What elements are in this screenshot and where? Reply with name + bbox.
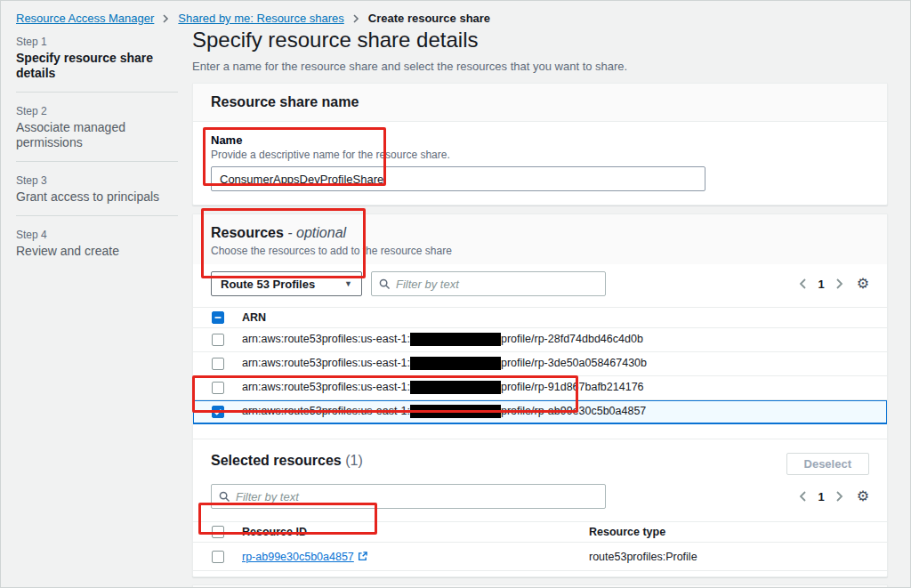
arn-value: arn:aws:route53profiles:us-east-1:profil… [242,405,646,419]
checkbox-cell [193,358,242,370]
prev-page-icon[interactable] [798,491,809,502]
resources-filter[interactable] [371,271,606,296]
selected-resources-title: Selected resources [211,453,342,468]
checkbox-cell [193,526,242,538]
tags-card: Tags - optional Tags are key-value pairs… [192,584,888,588]
selected-count: (1) [345,453,363,468]
selected-filter[interactable] [211,484,606,509]
main-content: Specify resource share details Enter a n… [192,28,888,588]
caret-down-icon: ▼ [344,279,352,288]
breadcrumb-link-ram[interactable]: Resource Access Manager [16,12,154,25]
wizard-steps: Step 1 Specify resource share details St… [16,35,178,259]
step-label: Specify resource share details [16,51,178,81]
arn-column-header: ARN [242,311,266,324]
page-number[interactable]: 1 [818,278,824,291]
prev-page-icon[interactable] [798,278,809,289]
step-4[interactable]: Step 4 Review and create [16,228,178,259]
page-title: Specify resource share details [192,28,888,52]
selected-pagination: 1 [798,490,843,503]
optional-label: - optional [287,225,346,240]
selected-toolbar: 1 ⚙︎ [193,475,887,521]
next-page-icon[interactable] [834,491,844,502]
arn-row[interactable]: arn:aws:route53profiles:us-east-1:profil… [193,352,887,376]
step-number: Step 2 [16,104,178,118]
card-header: Resource share name [193,84,887,122]
breadcrumb: Resource Access Manager Shared by me: Re… [16,12,490,25]
selected-resources-header: Selected resources (1) Deselect [193,439,887,475]
redaction-box [410,333,501,346]
step-2[interactable]: Step 2 Associate managed permissions [16,104,178,150]
search-icon [379,278,391,290]
resource-type-dropdown[interactable]: Route 53 Profiles ▼ [211,271,362,296]
resource-share-name-card: Resource share name Name Provide a descr… [192,83,888,205]
step-number: Step 1 [16,35,178,49]
card-header: Resources - optional Choose the resource… [193,214,887,264]
card-title: Resources [211,225,284,240]
divider [16,92,178,93]
arn-value: arn:aws:route53profiles:us-east-1:profil… [242,381,644,395]
step-number: Step 3 [16,173,178,188]
resource-id-link[interactable]: rp-ab99e30c5b0a4857 [242,551,367,563]
settings-gear-icon[interactable]: ⚙︎ [857,277,869,291]
step-label: Grant access to principals [16,189,178,205]
checkbox-cell [193,406,242,418]
chevron-right-icon [162,14,170,23]
resources-toolbar: Route 53 Profiles ▼ 1 [193,264,887,307]
create-resource-share-page: Resource Access Manager Shared by me: Re… [0,0,911,588]
resources-description: Choose the resources to add to the resou… [211,245,869,257]
resource-id-column-header: Resource ID [242,526,589,538]
step-label: Review and create [16,244,178,259]
external-link-icon [358,552,367,561]
checkbox-cell [193,382,242,394]
settings-gear-icon[interactable]: ⚙︎ [857,489,869,503]
card-title: Resource share name [211,94,359,109]
arn-row[interactable]: arn:aws:route53profiles:us-east-1:profil… [193,376,887,400]
name-field-label: Name [211,133,869,147]
arn-value: arn:aws:route53profiles:us-east-1:profil… [242,333,643,347]
search-icon [219,491,230,503]
redaction-box [410,357,501,370]
selected-filter-input[interactable] [236,490,598,503]
resource-type-value: route53profiles:Profile [589,551,887,563]
step-label: Associate managed permissions [16,120,178,150]
divider [16,161,178,162]
step-1[interactable]: Step 1 Specify resource share details [16,35,178,81]
row-checkbox-checked[interactable] [212,406,224,418]
chevron-right-icon [352,14,360,23]
row-checkbox[interactable] [212,334,224,346]
row-checkbox[interactable] [212,382,224,394]
resource-type-selected: Route 53 Profiles [221,278,315,291]
name-field-description: Provide a descriptive name for the resou… [211,149,869,161]
next-page-icon[interactable] [834,278,844,289]
select-all-checkbox[interactable] [212,311,224,324]
arn-value: arn:aws:route53profiles:us-east-1:profil… [242,357,647,371]
step-number: Step 4 [16,228,178,242]
card-body: Name Provide a descriptive name for the … [193,122,887,205]
breadcrumb-current: Create resource share [368,12,490,25]
name-input[interactable] [211,166,705,191]
selected-resource-row[interactable]: rp-ab99e30c5b0a4857 route53profiles:Prof… [193,543,887,571]
checkbox-cell [193,334,242,346]
resource-type-column-header: Resource type [589,526,887,538]
breadcrumb-link-shared-by-me[interactable]: Shared by me: Resource shares [178,12,343,25]
divider [16,215,178,216]
deselect-button[interactable]: Deselect [786,453,869,475]
arn-table-header: ARN [193,307,887,328]
redaction-box [410,405,501,418]
row-checkbox[interactable] [212,551,224,563]
redaction-box [410,381,501,394]
resources-card: Resources - optional Choose the resource… [192,213,888,577]
page-number[interactable]: 1 [818,490,824,503]
page-description: Enter a name for the resource share and … [192,60,888,73]
step-3[interactable]: Step 3 Grant access to principals [16,173,178,205]
resources-pagination: 1 [798,278,843,291]
row-checkbox[interactable] [212,358,224,370]
arn-row-selected[interactable]: arn:aws:route53profiles:us-east-1:profil… [193,400,887,424]
select-all-checkbox[interactable] [212,526,224,538]
resources-filter-input[interactable] [396,278,598,291]
selected-table-header: Resource ID Resource type [193,521,887,543]
arn-row[interactable]: arn:aws:route53profiles:us-east-1:profil… [193,328,887,352]
checkbox-cell [193,551,242,563]
checkbox-cell [193,311,242,324]
